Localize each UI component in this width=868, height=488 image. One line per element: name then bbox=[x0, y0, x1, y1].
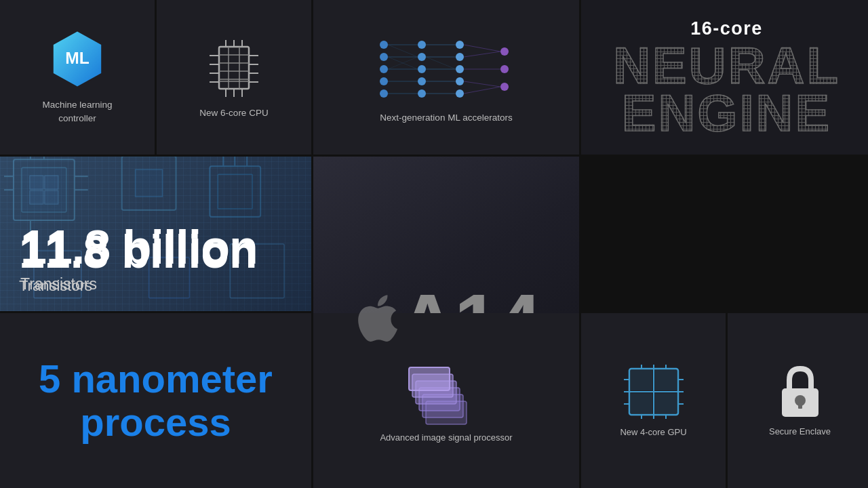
ml-controller-cell-final: ML Machine learningcontroller bbox=[0, 0, 155, 155]
svg-point-201 bbox=[500, 83, 509, 91]
neural-engine-cell-final: 16-core NEURAL ENGINE bbox=[581, 0, 868, 155]
apple-logo-a14 bbox=[353, 293, 402, 352]
ml-acc-text-final: Next-generation ML accelerators bbox=[380, 113, 512, 123]
svg-point-187 bbox=[380, 77, 388, 85]
svg-line-216 bbox=[464, 45, 500, 52]
svg-point-199 bbox=[500, 47, 509, 56]
gpu-cell-final: New 4-core GPU bbox=[581, 313, 726, 488]
gpu-chip-icon-final bbox=[624, 365, 684, 419]
ml-hexagon-icon: ML bbox=[47, 29, 107, 89]
neural-word1: NEURAL bbox=[613, 42, 840, 89]
svg-point-188 bbox=[380, 89, 388, 98]
svg-point-193 bbox=[418, 89, 426, 98]
svg-point-189 bbox=[418, 41, 426, 49]
svg-point-185 bbox=[380, 53, 388, 61]
svg-rect-162 bbox=[219, 47, 249, 89]
svg-line-215 bbox=[426, 57, 456, 69]
ml-controller-text: Machine learningcontroller bbox=[43, 98, 113, 125]
svg-rect-258 bbox=[631, 393, 652, 413]
gpu-text-final: New 4-core GPU bbox=[620, 427, 686, 437]
ml-acc-cell-final: Next-generation ML accelerators bbox=[313, 0, 579, 155]
transistors-text-content: 11.8 billion Transistors bbox=[0, 212, 276, 311]
transistors-label: Transistors bbox=[19, 277, 257, 295]
cpu-text-final: New 6-core CPU bbox=[199, 108, 268, 118]
neural-core-text: 16-core bbox=[690, 18, 763, 39]
svg-point-192 bbox=[418, 77, 426, 85]
svg-line-220 bbox=[464, 87, 500, 94]
nn-graph-icon bbox=[372, 33, 521, 106]
svg-rect-274 bbox=[798, 401, 802, 409]
svg-point-191 bbox=[418, 65, 426, 73]
svg-point-190 bbox=[418, 53, 426, 61]
svg-point-194 bbox=[456, 41, 464, 49]
svg-point-197 bbox=[456, 77, 464, 85]
svg-point-196 bbox=[456, 65, 464, 73]
secure-enclave-cell-final: Secure Enclave bbox=[728, 313, 868, 488]
secure-enclave-text-final: Secure Enclave bbox=[769, 426, 831, 436]
transistors-number: 11.8 billion bbox=[19, 228, 257, 274]
svg-line-219 bbox=[464, 81, 500, 87]
svg-point-186 bbox=[380, 65, 388, 73]
5nm-cell-final: 5 nanometerprocess bbox=[0, 313, 311, 488]
cpu-icon-final bbox=[204, 37, 264, 100]
svg-point-195 bbox=[456, 53, 464, 61]
svg-line-207 bbox=[388, 45, 418, 57]
svg-rect-252 bbox=[409, 367, 450, 390]
isp-stacked-layers-icon bbox=[402, 359, 490, 427]
neural-word2: ENGINE bbox=[622, 89, 831, 137]
padlock-icon bbox=[779, 365, 821, 418]
svg-rect-257 bbox=[654, 370, 677, 390]
cpu-cell-final: New 6-core CPU bbox=[157, 0, 311, 155]
svg-line-217 bbox=[464, 52, 500, 57]
svg-point-200 bbox=[500, 65, 509, 73]
svg-point-198 bbox=[456, 89, 464, 98]
isp-text-final: Advanced image signal processor bbox=[380, 432, 512, 443]
svg-point-184 bbox=[380, 41, 388, 49]
5nm-display: 5 nanometerprocess bbox=[39, 357, 273, 444]
svg-rect-259 bbox=[654, 393, 677, 413]
svg-text:ML: ML bbox=[65, 49, 90, 67]
svg-rect-256 bbox=[631, 370, 652, 390]
